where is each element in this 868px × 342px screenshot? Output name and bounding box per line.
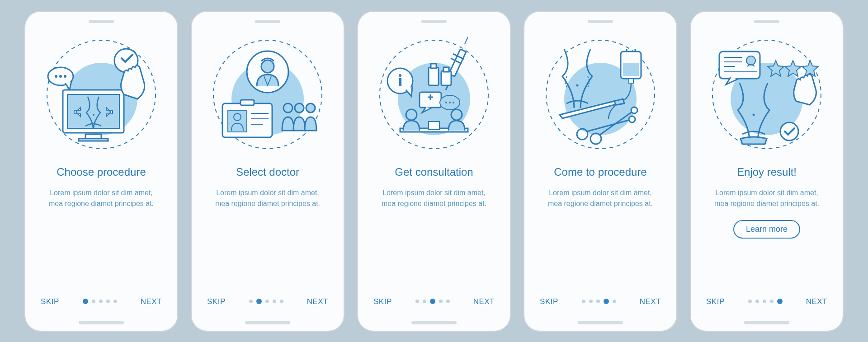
dot-active <box>777 299 783 304</box>
svg-rect-17 <box>241 100 254 105</box>
dot <box>113 300 117 303</box>
svg-point-74 <box>780 122 798 141</box>
svg-point-44 <box>445 102 447 103</box>
screen-description: Lorem ipsum dolor sit dim amet, mea regi… <box>375 187 493 209</box>
screen-title: Come to procedure <box>554 166 646 178</box>
page-indicator <box>249 300 283 304</box>
svg-rect-34 <box>431 64 436 68</box>
next-button[interactable]: NEXT <box>141 297 162 306</box>
dot <box>763 300 766 303</box>
svg-point-10 <box>64 75 66 78</box>
page-indicator <box>415 300 450 304</box>
dot <box>596 300 600 303</box>
screen-title: Enjoy result! <box>737 166 797 178</box>
dot <box>106 300 110 303</box>
screen-title: Choose procedure <box>57 166 146 178</box>
svg-rect-55 <box>623 63 639 76</box>
screen-description: Lorem ipsum dolor sit dim amet, mea regi… <box>708 187 826 209</box>
onboarding-screen-2: Select doctor Lorem ipsum dolor sit dim … <box>191 11 344 332</box>
svg-rect-56 <box>629 79 633 83</box>
screen-description: Lorem ipsum dolor sit dim amet, mea regi… <box>42 187 160 209</box>
skip-button[interactable]: SKIP <box>373 297 392 306</box>
svg-point-48 <box>406 109 417 120</box>
svg-rect-50 <box>429 122 439 130</box>
next-button[interactable]: NEXT <box>307 297 328 306</box>
dot <box>755 300 759 303</box>
svg-rect-67 <box>719 52 760 79</box>
svg-point-49 <box>451 109 462 120</box>
dot <box>92 300 95 303</box>
dot <box>423 300 426 303</box>
svg-point-53 <box>576 84 579 86</box>
screen-description: Lorem ipsum dolor sit dim amet, mea regi… <box>209 187 326 209</box>
dot-active <box>256 299 262 304</box>
select-doctor-illustration <box>209 36 326 153</box>
phone-homebar <box>578 321 623 324</box>
phone-homebar <box>744 321 789 324</box>
onboarding-screen-4: Come to procedure Lorem ipsum dolor sit … <box>524 11 677 332</box>
dot <box>99 300 103 303</box>
dot-active <box>604 299 609 304</box>
svg-line-29 <box>465 37 468 44</box>
page-indicator <box>582 300 616 304</box>
phone-speaker <box>89 20 114 23</box>
dot <box>439 300 443 303</box>
phone-homebar <box>245 321 290 324</box>
onboarding-footer: SKIP NEXT <box>540 297 661 306</box>
svg-point-9 <box>59 75 62 78</box>
phone-speaker <box>754 20 779 23</box>
skip-button[interactable]: SKIP <box>41 297 59 306</box>
svg-point-68 <box>746 56 755 65</box>
svg-point-46 <box>453 102 454 103</box>
onboarding-screen-3: Get consultation Lorem ipsum dolor sit d… <box>357 11 511 332</box>
dot <box>273 300 276 303</box>
next-button[interactable]: NEXT <box>473 297 495 306</box>
phone-speaker <box>255 20 280 23</box>
dot <box>280 300 283 303</box>
onboarding-footer: SKIP NEXT <box>373 297 495 306</box>
svg-rect-39 <box>399 78 401 86</box>
svg-rect-36 <box>443 67 449 72</box>
svg-point-64 <box>631 107 637 113</box>
next-button[interactable]: NEXT <box>806 297 827 306</box>
skip-button[interactable]: SKIP <box>706 297 725 306</box>
onboarding-footer: SKIP NEXT <box>706 297 827 306</box>
learn-more-button[interactable]: Learn more <box>733 220 800 239</box>
enjoy-result-illustration <box>708 36 826 153</box>
dot <box>589 300 593 303</box>
page-indicator <box>748 300 783 304</box>
svg-point-24 <box>295 103 304 112</box>
svg-point-45 <box>449 102 451 103</box>
onboarding-footer: SKIP NEXT <box>41 297 162 306</box>
svg-rect-35 <box>441 71 451 85</box>
next-button[interactable]: NEXT <box>640 297 661 306</box>
dot <box>582 300 585 303</box>
screen-description: Lorem ipsum dolor sit dim amet, mea regi… <box>542 187 659 209</box>
get-consultation-illustration <box>375 36 493 153</box>
svg-point-15 <box>261 60 274 73</box>
svg-point-73 <box>753 113 755 116</box>
dot-active <box>430 299 435 304</box>
choose-procedure-illustration <box>42 36 160 153</box>
dot <box>249 300 253 303</box>
dot <box>770 300 774 303</box>
come-to-procedure-illustration <box>542 36 659 153</box>
page-indicator <box>83 300 117 304</box>
dot-active <box>83 299 88 304</box>
screen-title: Select doctor <box>236 166 299 178</box>
onboarding-screen-5: Enjoy result! Lorem ipsum dolor sit dim … <box>690 11 844 332</box>
phone-homebar <box>79 321 124 324</box>
onboarding-footer: SKIP NEXT <box>207 297 328 306</box>
svg-point-59 <box>577 129 588 140</box>
phone-speaker <box>421 20 447 23</box>
dot <box>613 300 616 303</box>
phone-homebar <box>411 321 457 324</box>
dot <box>748 300 752 303</box>
screen-title: Get consultation <box>395 166 473 178</box>
skip-button[interactable]: SKIP <box>540 297 558 306</box>
dot <box>446 300 450 303</box>
skip-button[interactable]: SKIP <box>207 297 226 306</box>
phone-speaker <box>588 20 613 23</box>
svg-point-6 <box>93 114 94 116</box>
svg-point-38 <box>399 74 401 77</box>
